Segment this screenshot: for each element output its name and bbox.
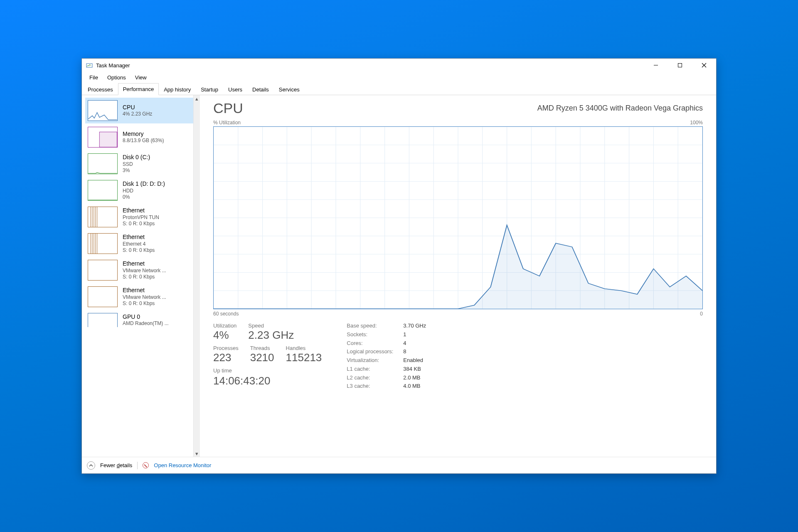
close-button[interactable] [692, 59, 716, 72]
value-utilization: 4% [213, 329, 236, 342]
label-speed: Speed [248, 323, 294, 329]
tab-startup[interactable]: Startup [196, 84, 223, 95]
cpu-chart[interactable] [213, 126, 703, 309]
tab-strip: Processes Performance App history Startu… [82, 83, 716, 95]
v-l3: 4.0 MB [403, 383, 426, 390]
tab-details[interactable]: Details [247, 84, 274, 95]
sidebar-thumb-8 [88, 313, 118, 327]
menu-file[interactable]: File [85, 73, 102, 82]
sidebar-thumb-4 [88, 207, 118, 227]
k-l3: L3 cache: [347, 383, 393, 390]
value-uptime: 14:06:43:20 [213, 374, 322, 387]
v-l2: 2.0 MB [403, 374, 426, 382]
fewer-details-label[interactable]: Fewer details [100, 462, 132, 468]
sidebar-title-3: Disk 1 (D: D: D:) [123, 180, 165, 188]
maximize-button[interactable] [668, 59, 692, 72]
chevron-up-icon [89, 463, 93, 468]
value-handles: 115213 [286, 351, 322, 364]
v-cores: 4 [403, 340, 426, 347]
svg-rect-2 [678, 64, 682, 67]
cpu-device-name: AMD Ryzen 5 3400G with Radeon Vega Graph… [537, 104, 703, 113]
app-icon [86, 62, 93, 69]
sidebar-item-1[interactable]: Memory8.8/13.9 GB (63%) [85, 124, 193, 150]
task-manager-window: Task Manager File Options View Processes… [81, 58, 717, 474]
sidebar-sub2-4: S: 0 R: 0 Kbps [123, 221, 159, 227]
tab-users[interactable]: Users [223, 84, 247, 95]
sidebar-sub2-6: S: 0 R: 0 Kbps [123, 274, 166, 280]
open-resource-monitor-link[interactable]: Open Resource Monitor [154, 462, 211, 468]
label-utilization: Utilization [213, 323, 236, 329]
sidebar-item-4[interactable]: EthernetProtonVPN TUNS: 0 R: 0 Kbps [85, 204, 193, 230]
sidebar-item-5[interactable]: EthernetEthernet 4S: 0 R: 0 Kbps [85, 231, 193, 256]
sidebar-sub1-1: 8.8/13.9 GB (63%) [123, 138, 164, 144]
sidebar-sub1-3: HDD [123, 188, 165, 194]
sidebar-sub1-2: SSD [123, 161, 150, 167]
value-processes: 223 [213, 351, 239, 364]
sidebar-title-7: Ethernet [123, 287, 166, 294]
performance-body: CPU4% 2.23 GHzMemory8.8/13.9 GB (63%)Dis… [82, 95, 716, 457]
menu-bar: File Options View [82, 72, 716, 83]
minimize-button[interactable] [644, 59, 668, 72]
panel-title: CPU [213, 100, 243, 116]
titlebar: Task Manager [82, 59, 716, 72]
svg-rect-5 [99, 132, 117, 147]
sidebar-item-6[interactable]: EthernetVMware Network ...S: 0 R: 0 Kbps [85, 257, 193, 283]
cpu-stats: Utilization 4% Speed 2.23 GHz Processes … [213, 323, 703, 390]
sidebar-title-2: Disk 0 (C:) [123, 154, 150, 161]
tab-processes[interactable]: Processes [83, 84, 118, 95]
footer-bar: Fewer details Open Resource Monitor [82, 457, 716, 473]
resource-sidebar[interactable]: CPU4% 2.23 GHzMemory8.8/13.9 GB (63%)Dis… [82, 95, 193, 457]
menu-options[interactable]: Options [103, 73, 130, 82]
sidebar-sub1-4: ProtonVPN TUN [123, 214, 159, 221]
sidebar-thumb-6 [88, 260, 118, 281]
window-controls [644, 59, 716, 72]
label-handles: Handles [286, 345, 322, 351]
sidebar-title-8: GPU 0 [123, 313, 169, 321]
k-cores: Cores: [347, 340, 393, 347]
sidebar-item-8[interactable]: GPU 0AMD Radeon(TM) ... [85, 310, 193, 330]
sidebar-item-2[interactable]: Disk 0 (C:)SSD3% [85, 151, 193, 177]
k-logical: Logical processors: [347, 348, 393, 355]
sidebar-sub2-7: S: 0 R: 0 Kbps [123, 300, 166, 307]
sidebar-item-7[interactable]: EthernetVMware Network ...S: 0 R: 0 Kbps [85, 284, 193, 310]
k-l2: L2 cache: [347, 374, 393, 382]
tab-services[interactable]: Services [274, 84, 305, 95]
sidebar-item-0[interactable]: CPU4% 2.23 GHz [85, 98, 193, 123]
k-virt: Virtualization: [347, 357, 393, 364]
sidebar-scrollbar[interactable]: ▴ ▾ [193, 95, 200, 457]
k-l1: L1 cache: [347, 366, 393, 373]
fewer-details-toggle[interactable] [87, 461, 95, 470]
k-sockets: Sockets: [347, 331, 393, 338]
footer-divider [137, 462, 138, 469]
sidebar-thumb-3 [88, 180, 118, 201]
sidebar-sub2-3: 0% [123, 194, 165, 200]
value-speed: 2.23 GHz [248, 329, 294, 342]
resource-monitor-icon [143, 462, 149, 468]
sidebar-container: CPU4% 2.23 GHzMemory8.8/13.9 GB (63%)Dis… [82, 95, 200, 457]
sidebar-title-4: Ethernet [123, 207, 159, 214]
v-sockets: 1 [403, 331, 426, 338]
chart-xaxis-left: 60 seconds [213, 311, 239, 317]
v-logical: 8 [403, 348, 426, 355]
sidebar-sub1-5: Ethernet 4 [123, 241, 155, 247]
label-processes: Processes [213, 345, 239, 351]
sidebar-sub1-0: 4% 2.23 GHz [123, 111, 152, 117]
scroll-up-icon[interactable]: ▴ [194, 95, 200, 102]
sidebar-thumb-2 [88, 153, 118, 174]
menu-view[interactable]: View [131, 73, 151, 82]
value-threads: 3210 [250, 351, 274, 364]
sidebar-sub1-6: VMware Network ... [123, 268, 166, 274]
sidebar-thumb-1 [88, 127, 118, 148]
v-l1: 384 KB [403, 366, 426, 373]
tab-app-history[interactable]: App history [159, 84, 196, 95]
sidebar-title-0: CPU [123, 104, 152, 111]
sidebar-item-3[interactable]: Disk 1 (D: D: D:)HDD0% [85, 177, 193, 203]
tab-performance[interactable]: Performance [118, 83, 159, 95]
sidebar-sub1-7: VMware Network ... [123, 294, 166, 300]
window-title: Task Manager [96, 62, 130, 69]
scroll-down-icon[interactable]: ▾ [194, 450, 200, 457]
sidebar-title-6: Ethernet [123, 260, 166, 268]
v-virt: Enabled [403, 357, 426, 364]
sidebar-sub1-8: AMD Radeon(TM) ... [123, 320, 169, 327]
sidebar-thumb-0 [88, 100, 118, 121]
